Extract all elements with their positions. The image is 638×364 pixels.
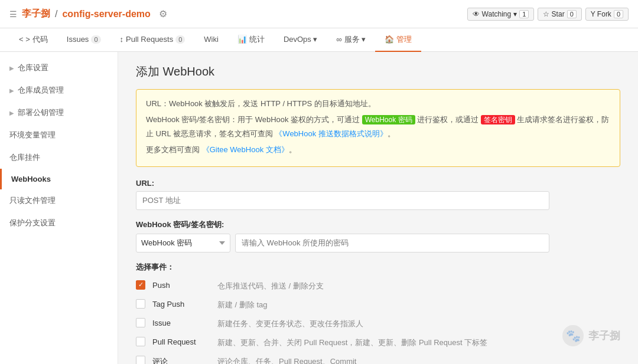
fork-count: 0 [614, 10, 623, 18]
info-line2-prefix: WebHook 密码/签名密钥：用于 WebHook 鉴权的方式，可通过 [146, 115, 362, 124]
comment-checkbox[interactable] [136, 356, 145, 364]
pr-badge: 0 [175, 35, 185, 44]
sidebar-label-readonly-files: 只读文件管理 [9, 195, 56, 206]
tab-wiki[interactable]: Wiki [194, 28, 228, 52]
eye-icon: 👁 [473, 10, 480, 18]
event-item-tag-push: Tag Push 新建 / 删除 tag [136, 299, 620, 310]
settings-icon[interactable]: ⚙ [159, 8, 167, 19]
push-checkbox[interactable] [136, 280, 145, 290]
event-item-issue: Issue 新建任务、变更任务状态、更改任务指派人 [136, 317, 620, 329]
pr-event-desc: 新建、更新、合并、关闭 Pull Request，新建、更新、删除 Pull R… [217, 336, 487, 348]
watching-button[interactable]: 👁 Watching ▾ 1 [467, 8, 535, 21]
tab-devops[interactable]: DevOps ▾ [274, 28, 327, 52]
info-box: URL：WebHook 被触发后，发送 HTTP / HTTPS 的目标通知地址… [136, 89, 620, 167]
fork-button[interactable]: Y Fork 0 [585, 8, 629, 21]
header-left: ☰ 李子捌 / config-server-demo ⚙ [9, 8, 167, 20]
secret-row: WebHook 密码 签名密钥 [136, 234, 549, 252]
pr-checkbox[interactable] [136, 337, 145, 346]
watching-label: Watching [482, 10, 512, 18]
tab-pull-requests[interactable]: ↕ Pull Requests 0 [110, 28, 195, 52]
tab-code[interactable]: < > 代码 [9, 28, 57, 52]
pr-event-name: Pull Request [152, 336, 211, 346]
tab-stats[interactable]: 📊 统计 [228, 28, 274, 52]
comment-checkbox-wrapper[interactable] [136, 355, 147, 364]
tag-push-checkbox-wrapper[interactable] [136, 299, 147, 309]
tag-push-checkbox[interactable] [136, 299, 145, 309]
info-line1: URL：WebHook 被触发后，发送 HTTP / HTTPS 的目标通知地址… [146, 97, 610, 110]
url-input[interactable] [136, 191, 549, 210]
sidebar-item-deploy-keys[interactable]: ▶ 部署公钥管理 [0, 101, 118, 124]
repo-link[interactable]: config-server-demo [62, 9, 150, 19]
arrow-icon: ▶ [9, 110, 14, 116]
tag-sign-key: 签名密钥 [481, 115, 515, 124]
sidebar-label-webhooks: WebHooks [11, 175, 51, 183]
comment-event-name: 评论 [152, 355, 211, 364]
push-event-desc: 仓库推送代码、推送 / 删除分支 [217, 280, 324, 291]
event-item-push: Push 仓库推送代码、推送 / 删除分支 [136, 280, 620, 291]
info-line3: 更多文档可查阅 《Gitee WebHook 文档》。 [146, 143, 610, 156]
sidebar-item-branch-protect[interactable]: 保护分支设置 [0, 212, 118, 234]
watermark-icon: 🐾 [562, 325, 584, 346]
comment-event-desc: 评论仓库、任务、Pull Request、Commit [217, 355, 357, 364]
separator: / [55, 9, 57, 19]
sidebar-item-webhooks[interactable]: WebHooks [0, 169, 118, 189]
info-line3-end: 。 [289, 145, 297, 154]
tag-webhook-password: WebHook 密码 [362, 115, 415, 124]
tag-push-event-name: Tag Push [152, 299, 211, 309]
sidebar-label-hooks-file: 仓库挂件 [9, 152, 40, 163]
fork-label: Y Fork [591, 10, 611, 18]
watching-count: 1 [519, 10, 529, 18]
url-label: URL: [136, 179, 620, 188]
arrow-icon: ▶ [9, 65, 14, 71]
events-section: 选择事件： Push 仓库推送代码、推送 / 删除分支 Tag Push 新建 … [136, 262, 620, 364]
tab-issues[interactable]: Issues 0 [57, 28, 110, 52]
push-event-name: Push [152, 280, 211, 290]
secret-input[interactable] [235, 234, 549, 252]
watermark-text: 李子捌 [588, 329, 620, 343]
star-count: 0 [567, 10, 577, 18]
secret-type-select[interactable]: WebHook 密码 签名密钥 [136, 234, 230, 252]
code-icon: < > [19, 35, 30, 44]
sidebar-label-members: 仓库成员管理 [18, 85, 64, 96]
push-checkbox-wrapper[interactable] [136, 280, 147, 290]
info-line2-mid: 进行鉴权，或通过 [415, 115, 481, 124]
event-item-comment: 评论 评论仓库、任务、Pull Request、Commit [136, 355, 620, 364]
sidebar-label-branch-protect: 保护分支设置 [9, 218, 56, 228]
issues-badge: 0 [91, 35, 100, 44]
sidebar-item-members[interactable]: ▶ 仓库成员管理 [0, 79, 118, 101]
stats-icon: 📊 [237, 35, 247, 44]
sidebar-label-repo-settings: 仓库设置 [18, 63, 48, 73]
tab-manage[interactable]: 🏠 管理 [375, 28, 421, 52]
arrow-icon: ▶ [9, 87, 14, 94]
event-item-pull-request: Pull Request 新建、更新、合并、关闭 Pull Request，新建… [136, 336, 620, 348]
star-button[interactable]: ☆ Star 0 [538, 8, 581, 21]
gitee-webhook-link[interactable]: 《Gitee WebHook 文档》 [202, 145, 289, 154]
issue-checkbox[interactable] [136, 318, 145, 327]
header-right: 👁 Watching ▾ 1 ☆ Star 0 Y Fork 0 [467, 8, 629, 21]
star-label: ☆ Star [543, 10, 564, 18]
sidebar-item-repo-settings[interactable]: ▶ 仓库设置 [0, 57, 118, 79]
sidebar-item-env-vars[interactable]: 环境变量管理 [0, 124, 118, 146]
tab-service[interactable]: ∞ 服务 ▾ [327, 28, 375, 52]
owner-link[interactable]: 李子捌 [22, 8, 50, 20]
issue-event-desc: 新建任务、变更任务状态、更改任务指派人 [217, 317, 363, 329]
sidebar-item-readonly-files[interactable]: 只读文件管理 [0, 189, 118, 212]
main-container: ▶ 仓库设置 ▶ 仓库成员管理 ▶ 部署公钥管理 环境变量管理 仓库挂件 Web… [0, 52, 638, 364]
pr-icon: ↕ [120, 35, 124, 44]
sidebar-label-deploy-keys: 部署公钥管理 [18, 107, 64, 118]
nav-tabs: < > 代码 Issues 0 ↕ Pull Requests 0 Wiki 📊… [0, 28, 638, 52]
secret-section: WebHook 密码/签名密钥: WebHook 密码 签名密钥 [136, 219, 620, 252]
content-area: 添加 WebHook URL：WebHook 被触发后，发送 HTTP / HT… [118, 52, 638, 364]
pr-checkbox-wrapper[interactable] [136, 336, 147, 347]
manage-icon: 🏠 [385, 35, 394, 44]
url-section: URL: [136, 179, 620, 210]
sidebar-item-hooks-file[interactable]: 仓库挂件 [0, 146, 118, 169]
watermark: 🐾 李子捌 [562, 325, 620, 346]
webhook-format-link[interactable]: 《WebHook 推送数据格式说明》 [275, 129, 387, 138]
repo-icon: ☰ [9, 9, 17, 19]
events-label: 选择事件： [136, 262, 620, 273]
page-title: 添加 WebHook [136, 64, 620, 80]
info-line2-end: 。 [388, 129, 395, 138]
issue-event-name: Issue [152, 317, 211, 327]
issue-checkbox-wrapper[interactable] [136, 317, 147, 328]
